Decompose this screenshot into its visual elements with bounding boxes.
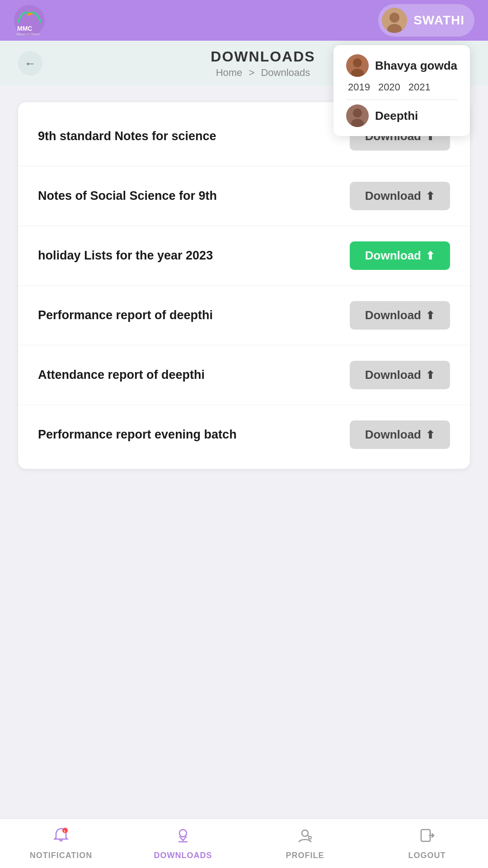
nav-downloads[interactable]: DOWNLOADS	[151, 827, 215, 860]
svg-point-10	[353, 108, 362, 118]
nav-notification[interactable]: 1 NOTIFICATION	[29, 827, 93, 860]
download-button-2[interactable]: Download ⬆	[350, 182, 450, 210]
download-button-4[interactable]: Download ⬆	[350, 301, 450, 330]
dropdown-user1-avatar	[346, 54, 369, 77]
svg-point-7	[353, 58, 362, 67]
header: MMC Ahead of Others SWATHI	[0, 0, 488, 41]
download-icon-6: ⬆	[426, 429, 435, 441]
download-icon-5: ⬆	[426, 369, 435, 382]
svg-point-14	[179, 830, 187, 837]
nav-profile-label: PROFILE	[286, 851, 324, 860]
user-avatar	[382, 8, 407, 33]
svg-point-16	[309, 836, 311, 839]
svg-text:Ahead of Others: Ahead of Others	[16, 33, 39, 36]
download-item-2: Notes of Social Science for 9th Download…	[18, 166, 470, 226]
download-icon-4: ⬆	[426, 309, 435, 322]
breadcrumb-current: Downloads	[261, 67, 310, 78]
nav-profile[interactable]: PROFILE	[273, 827, 337, 860]
year-2020[interactable]: 2020	[378, 81, 400, 93]
download-item-6: Performance report evening batch Downloa…	[18, 405, 470, 464]
download-item-4: Performance report of deepthi Download ⬆	[18, 286, 470, 345]
year-2021[interactable]: 2021	[408, 81, 431, 93]
download-label-5: Attendance report of deepthi	[38, 368, 205, 382]
downloads-nav-icon	[174, 827, 192, 848]
nav-notification-label: NOTIFICATION	[30, 851, 93, 860]
download-button-3[interactable]: Download ⬆	[350, 241, 450, 270]
year-selector: 2019 2020 2021	[346, 81, 457, 93]
dropdown-user2[interactable]: Deepthi	[346, 104, 457, 127]
logout-nav-icon	[418, 827, 436, 848]
user-menu-button[interactable]: SWATHI	[378, 4, 474, 37]
download-button-6[interactable]: Download ⬆	[350, 420, 450, 449]
dropdown-user1[interactable]: Bhavya gowda	[346, 54, 457, 77]
logo-icon: MMC Ahead of Others	[14, 5, 45, 36]
nav-downloads-label: DOWNLOADS	[154, 851, 212, 860]
download-label-2: Notes of Social Science for 9th	[38, 189, 217, 203]
dropdown-user2-name: Deepthi	[375, 109, 418, 123]
dropdown-user1-name: Bhavya gowda	[375, 59, 457, 73]
downloads-card: 9th standard Notes for science Download …	[18, 102, 470, 469]
download-label-4: Performance report of deepthi	[38, 308, 213, 322]
download-label-6: Performance report evening batch	[38, 428, 237, 442]
profile-nav-icon	[296, 827, 314, 848]
download-item-3: holiday Lists for the year 2023 Download…	[18, 226, 470, 286]
download-button-5[interactable]: Download ⬆	[350, 361, 450, 389]
logo: MMC Ahead of Others	[14, 5, 45, 36]
back-button[interactable]: ←	[18, 51, 42, 75]
bottom-navigation: 1 NOTIFICATION DOWNLOADS PROFILE	[0, 818, 488, 868]
dropdown-user2-avatar	[346, 104, 369, 127]
svg-point-4	[389, 13, 399, 23]
year-2019[interactable]: 2019	[348, 81, 370, 93]
breadcrumb: Home > Downloads	[216, 67, 310, 79]
subheader: ← DOWNLOADS Home > Downloads Bhavya gowd…	[0, 41, 488, 86]
breadcrumb-separator: >	[249, 67, 254, 78]
user-dropdown-panel: Bhavya gowda 2019 2020 2021 Deepthi	[333, 45, 470, 136]
notification-icon: 1	[52, 827, 70, 848]
main-content: 9th standard Notes for science Download …	[0, 86, 488, 485]
svg-text:MMC: MMC	[17, 25, 32, 32]
nav-logout[interactable]: LOGOUT	[395, 827, 459, 860]
download-label-1: 9th standard Notes for science	[38, 129, 216, 143]
page-title: DOWNLOADS	[211, 48, 315, 65]
dropdown-divider	[346, 99, 457, 100]
user-name-label: SWATHI	[413, 13, 465, 28]
breadcrumb-home[interactable]: Home	[216, 67, 243, 78]
download-icon-3: ⬆	[426, 250, 435, 262]
download-item-5: Attendance report of deepthi Download ⬆	[18, 345, 470, 405]
nav-logout-label: LOGOUT	[408, 851, 446, 860]
download-icon-2: ⬆	[426, 190, 435, 203]
download-label-3: holiday Lists for the year 2023	[38, 249, 213, 263]
svg-text:1: 1	[64, 829, 66, 833]
